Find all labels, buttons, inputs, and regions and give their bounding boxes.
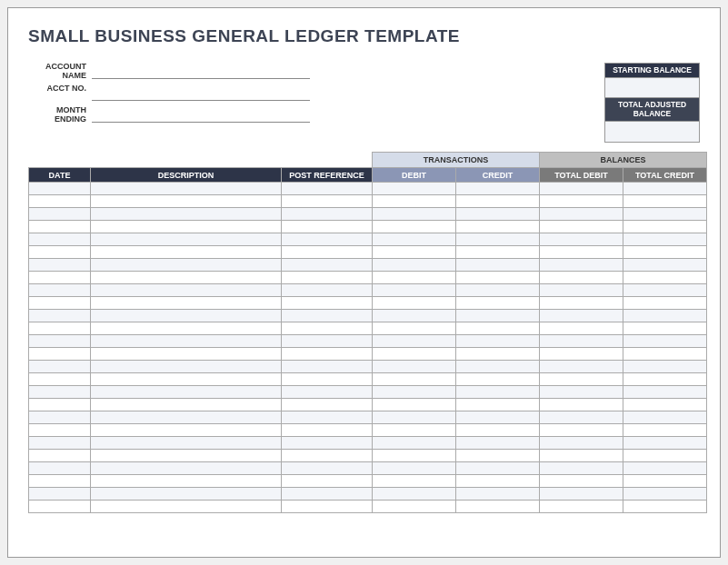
cell-credit[interactable] xyxy=(456,297,540,310)
cell-credit[interactable] xyxy=(456,386,540,399)
cell-total_debit[interactable] xyxy=(540,233,623,246)
acct-no-value[interactable] xyxy=(92,84,310,101)
cell-debit[interactable] xyxy=(373,424,456,437)
cell-credit[interactable] xyxy=(456,462,540,475)
cell-date[interactable] xyxy=(29,437,91,450)
cell-total_debit[interactable] xyxy=(540,437,623,450)
cell-total_debit[interactable] xyxy=(540,399,623,411)
cell-credit[interactable] xyxy=(456,259,540,272)
cell-date[interactable] xyxy=(29,272,91,284)
cell-description[interactable] xyxy=(91,297,282,310)
cell-description[interactable] xyxy=(91,437,282,450)
cell-post_reference[interactable] xyxy=(282,399,373,411)
cell-post_reference[interactable] xyxy=(282,475,373,488)
cell-date[interactable] xyxy=(29,501,91,513)
cell-date[interactable] xyxy=(29,424,91,437)
cell-post_reference[interactable] xyxy=(282,208,373,221)
cell-total_debit[interactable] xyxy=(540,259,623,272)
cell-debit[interactable] xyxy=(373,183,456,195)
cell-post_reference[interactable] xyxy=(282,195,373,208)
cell-date[interactable] xyxy=(29,297,91,310)
cell-total_credit[interactable] xyxy=(623,450,707,462)
cell-debit[interactable] xyxy=(373,475,456,488)
cell-total_debit[interactable] xyxy=(540,221,623,233)
cell-date[interactable] xyxy=(29,450,91,462)
cell-total_debit[interactable] xyxy=(540,297,623,310)
cell-description[interactable] xyxy=(91,501,282,513)
cell-total_credit[interactable] xyxy=(623,361,707,373)
cell-debit[interactable] xyxy=(373,373,456,386)
cell-total_debit[interactable] xyxy=(540,450,623,462)
cell-total_debit[interactable] xyxy=(540,348,623,361)
cell-description[interactable] xyxy=(91,361,282,373)
cell-date[interactable] xyxy=(29,183,91,195)
cell-total_credit[interactable] xyxy=(623,195,707,208)
cell-total_credit[interactable] xyxy=(623,488,707,501)
cell-date[interactable] xyxy=(29,208,91,221)
cell-date[interactable] xyxy=(29,361,91,373)
cell-description[interactable] xyxy=(91,310,282,322)
cell-credit[interactable] xyxy=(456,501,540,513)
cell-total_credit[interactable] xyxy=(623,373,707,386)
cell-post_reference[interactable] xyxy=(282,284,373,297)
total-adjusted-balance-value[interactable] xyxy=(605,122,699,142)
cell-debit[interactable] xyxy=(373,221,456,233)
cell-credit[interactable] xyxy=(456,335,540,348)
cell-total_credit[interactable] xyxy=(623,437,707,450)
account-name-value[interactable] xyxy=(92,63,310,79)
cell-credit[interactable] xyxy=(456,348,540,361)
cell-debit[interactable] xyxy=(373,284,456,297)
cell-description[interactable] xyxy=(91,208,282,221)
cell-credit[interactable] xyxy=(456,233,540,246)
cell-post_reference[interactable] xyxy=(282,361,373,373)
cell-description[interactable] xyxy=(91,424,282,437)
cell-date[interactable] xyxy=(29,310,91,322)
cell-credit[interactable] xyxy=(456,475,540,488)
cell-date[interactable] xyxy=(29,284,91,297)
cell-credit[interactable] xyxy=(456,284,540,297)
cell-debit[interactable] xyxy=(373,322,456,335)
cell-total_debit[interactable] xyxy=(540,208,623,221)
cell-total_debit[interactable] xyxy=(540,361,623,373)
cell-description[interactable] xyxy=(91,399,282,411)
cell-debit[interactable] xyxy=(373,399,456,411)
cell-post_reference[interactable] xyxy=(282,437,373,450)
cell-post_reference[interactable] xyxy=(282,259,373,272)
cell-credit[interactable] xyxy=(456,246,540,259)
cell-post_reference[interactable] xyxy=(282,335,373,348)
cell-description[interactable] xyxy=(91,335,282,348)
cell-post_reference[interactable] xyxy=(282,246,373,259)
cell-post_reference[interactable] xyxy=(282,386,373,399)
cell-total_credit[interactable] xyxy=(623,322,707,335)
cell-total_debit[interactable] xyxy=(540,310,623,322)
cell-credit[interactable] xyxy=(456,399,540,411)
cell-credit[interactable] xyxy=(456,424,540,437)
cell-total_credit[interactable] xyxy=(623,335,707,348)
cell-debit[interactable] xyxy=(373,361,456,373)
cell-debit[interactable] xyxy=(373,450,456,462)
cell-date[interactable] xyxy=(29,411,91,424)
cell-debit[interactable] xyxy=(373,297,456,310)
cell-credit[interactable] xyxy=(456,310,540,322)
cell-post_reference[interactable] xyxy=(282,501,373,513)
cell-total_debit[interactable] xyxy=(540,322,623,335)
cell-debit[interactable] xyxy=(373,386,456,399)
cell-post_reference[interactable] xyxy=(282,348,373,361)
cell-total_credit[interactable] xyxy=(623,233,707,246)
cell-total_credit[interactable] xyxy=(623,259,707,272)
cell-post_reference[interactable] xyxy=(282,322,373,335)
cell-total_credit[interactable] xyxy=(623,462,707,475)
cell-description[interactable] xyxy=(91,475,282,488)
cell-post_reference[interactable] xyxy=(282,221,373,233)
cell-total_credit[interactable] xyxy=(623,310,707,322)
cell-debit[interactable] xyxy=(373,501,456,513)
cell-description[interactable] xyxy=(91,272,282,284)
cell-total_debit[interactable] xyxy=(540,488,623,501)
cell-debit[interactable] xyxy=(373,335,456,348)
cell-description[interactable] xyxy=(91,233,282,246)
cell-credit[interactable] xyxy=(456,322,540,335)
cell-total_credit[interactable] xyxy=(623,272,707,284)
cell-total_debit[interactable] xyxy=(540,424,623,437)
cell-post_reference[interactable] xyxy=(282,183,373,195)
month-ending-value[interactable] xyxy=(92,106,310,123)
